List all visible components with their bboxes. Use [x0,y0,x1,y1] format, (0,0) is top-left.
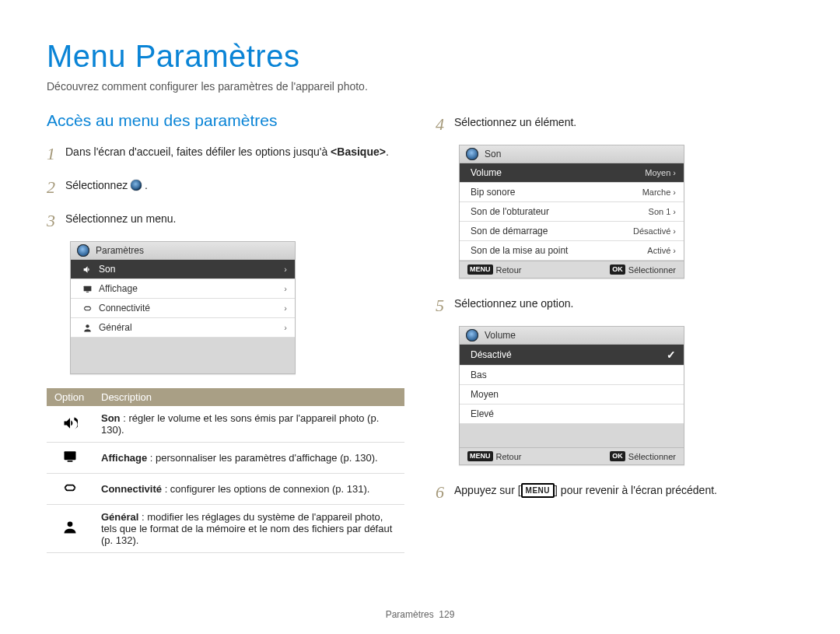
chevron-right-icon: › [284,323,287,332]
menu-item-affichage[interactable]: Affichage › [71,279,295,299]
option-label: Bas [471,370,487,380]
option-desc: : régler le volume et les sons émis par … [101,412,379,436]
table-row: Affichage : personnaliser les paramètres… [47,443,404,474]
section-heading: Accès au menu des paramètres [47,111,404,130]
step-1: 1 Dans l'écran d'accueil, faites défiler… [47,141,404,166]
step-4: 4 Sélectionnez un élément. [436,111,793,137]
volume-option-bas[interactable]: Bas [460,366,684,385]
menu-button-inline: MENU [521,483,555,498]
row-label: Son de démarrage [471,226,548,236]
step-6: 6 Appuyez sur [MENU] pour revenir à l'éc… [436,479,793,505]
camera-menu-footer: MENURetour OKSélectionner [460,261,684,278]
option-label: Elevé [471,408,494,419]
row-value: Activé [647,246,670,255]
option-label: Désactivé [471,349,512,360]
step-4-text: Sélectionnez un élément. [454,111,793,131]
footer-back-label: Retour [496,265,522,275]
footer-back[interactable]: MENURetour [467,451,522,461]
step-1-text-c: . [386,145,389,158]
step-1-text-b: <Basique> [331,145,386,158]
svg-rect-1 [86,291,88,292]
svg-point-5 [68,522,73,527]
connectivity-icon [62,480,78,496]
menu-item-label: Affichage [99,283,138,294]
display-icon [62,449,78,464]
step-6-text-a: Appuyez sur [ [454,484,521,496]
chevron-right-icon: › [284,284,287,293]
page-footer: Paramètres 129 [0,609,840,620]
step-3: 3 Sélectionnez un menu. [47,208,404,233]
check-icon: ✓ [667,349,676,361]
svg-rect-4 [68,461,73,462]
row-value: Son 1 [649,207,671,216]
camera-menu-header-label: Volume [485,330,516,341]
right-column: 4 Sélectionnez un élément. Son Volume Mo… [436,111,793,553]
page-intro: Découvrez comment configurer les paramèt… [47,80,793,93]
option-title: Affichage [101,452,147,464]
step-5-text: Sélectionnez une option. [454,292,793,312]
volume-option-eleve[interactable]: Elevé [460,405,684,424]
footer-select-label: Sélectionner [628,265,676,275]
son-row-demarrage[interactable]: Son de démarrage Désactivé › [460,222,684,241]
left-column: Accès au menu des paramètres 1 Dans l'éc… [47,111,404,553]
chevron-right-icon: › [284,303,287,313]
row-label: Son de l'obturateur [471,206,549,217]
chevron-right-icon: › [673,207,676,216]
row-value: Moyen [645,168,670,177]
option-desc: : configurer les options de connexion (p… [162,483,369,495]
display-icon [82,283,93,294]
menu-item-label: Général [99,322,132,333]
table-row: Connectivité : configurer les options de… [47,474,404,505]
camera-menu-header-label: Paramètres [96,245,144,256]
camera-menu-volume: Volume Désactivé ✓ Bas Moyen Elevé MENUR… [459,326,684,465]
ok-chip: OK [610,451,625,461]
option-title: Général [101,511,138,523]
person-icon [62,520,78,535]
settings-orb-icon [131,180,142,191]
menu-item-connectivite[interactable]: Connectivité › [71,299,295,318]
step-2-text-post: . [145,179,148,191]
camera-menu-header: Volume [460,327,684,345]
option-desc: : modifier les réglages du système de l'… [101,511,392,546]
camera-menu-header: Son [460,145,684,163]
menu-item-son[interactable]: Son › [71,260,295,279]
options-table: Option Description Son : régler le volum… [47,388,404,553]
row-value: Marche [642,187,671,197]
footer-select-label: Sélectionner [628,452,676,461]
step-1-text-a: Dans l'écran d'accueil, faites défiler l… [65,145,331,158]
connectivity-icon [82,303,93,313]
footer-section-label: Paramètres [386,609,434,620]
person-icon [82,322,93,333]
son-row-volume[interactable]: Volume Moyen › [460,163,684,183]
footer-back[interactable]: MENURetour [467,264,522,275]
options-head-option: Option [47,388,93,406]
footer-select[interactable]: OKSélectionner [610,451,676,461]
menu-chip: MENU [467,451,493,461]
menu-item-general[interactable]: Général › [71,318,295,338]
son-row-obturateur[interactable]: Son de l'obturateur Son 1 › [460,202,684,222]
volume-option-desactive[interactable]: Désactivé ✓ [460,345,684,366]
volume-option-moyen[interactable]: Moyen [460,385,684,405]
footer-select[interactable]: OKSélectionner [610,264,676,275]
option-title: Connectivité [101,483,162,495]
camera-menu-son: Son Volume Moyen › Bip sonore Marche › S… [459,145,684,278]
svg-rect-0 [83,285,91,291]
step-5: 5 Sélectionnez une option. [436,292,793,318]
footer-page-number: 129 [439,609,454,620]
camera-menu-header: Paramètres [71,242,295,260]
table-row: Général : modifier les réglages du systè… [47,505,404,553]
svg-rect-3 [65,451,76,460]
settings-orb-icon [466,148,478,160]
ok-chip: OK [610,264,625,275]
chevron-right-icon: › [673,168,676,177]
option-label: Moyen [471,389,499,400]
option-desc: : personnaliser les paramètres d'afficha… [147,452,377,464]
speaker-icon [82,264,93,275]
son-row-bip[interactable]: Bip sonore Marche › [460,183,684,202]
menu-item-label: Son [99,264,115,275]
camera-menu-parametres: Paramètres Son › Affichage › Connectivit… [70,241,296,374]
step-3-text: Sélectionnez un menu. [65,208,404,227]
son-row-misepoint[interactable]: Son de la mise au point Activé › [460,241,684,261]
step-2-text: Sélectionnez [65,179,131,191]
row-label: Volume [471,167,502,178]
